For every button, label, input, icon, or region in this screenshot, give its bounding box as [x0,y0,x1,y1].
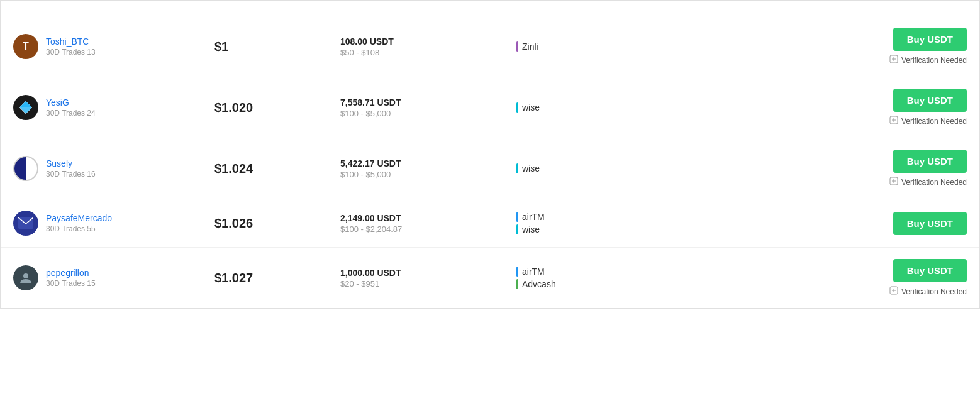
avatar: T [13,34,38,59]
buy-usdt-button[interactable]: Buy USDT [893,259,967,282]
price-cell: $1.024 [214,162,340,176]
usdt-amount: 2,149.00 USDT [340,213,516,223]
payment-label: wise [522,102,540,113]
operation-cell: Buy USDT [718,212,967,235]
advertiser-name[interactable]: Susely [46,158,96,168]
payment-method: Zinli [516,41,718,52]
buy-usdt-button[interactable]: Buy USDT [893,89,967,112]
advertiser-info: PaysafeMercado30D Trades 55 [46,213,112,233]
avatar [13,95,38,120]
payment-label: airTM [522,267,545,277]
available-cell: 1,000.00 USDT$20 - $951 [340,268,516,289]
avatar [13,156,38,181]
advertiser-cell: Susely30D Trades 16 [13,156,214,181]
payment-cell: airTMwise [516,212,718,234]
trades-count: 30D Trades 55 [46,224,112,233]
payment-cell: wise [516,102,718,113]
available-cell: 5,422.17 USDT$100 - $5,000 [340,158,516,179]
trades-count: 30D Trades 15 [46,279,96,288]
limit-range: $100 - $2,204.87 [340,224,516,234]
payment-method: wise [516,102,718,113]
verification-icon [889,55,898,65]
advertiser-info: pepegrillon30D Trades 15 [46,268,96,288]
usdt-amount: 5,422.17 USDT [340,158,516,168]
advertiser-cell: PaysafeMercado30D Trades 55 [13,211,214,236]
payment-method: Advcash [516,279,718,289]
operation-cell: Buy USDTVerification Needed [718,259,967,297]
advertiser-info: Toshi_BTC30D Trades 13 [46,36,96,57]
price-cell: $1.026 [214,216,340,231]
limit-range: $100 - $5,000 [340,170,516,179]
payment-label: airTM [522,212,545,222]
advertiser-cell: YesiG30D Trades 24 [13,95,214,120]
verification-text: Verification Needed [901,178,967,187]
verification-icon [889,177,898,187]
payment-bar [516,267,518,277]
payment-method: wise [516,224,718,234]
table-body: TToshi_BTC30D Trades 13$1108.00 USDT$50 … [1,16,979,308]
verification-text: Verification Needed [901,56,967,65]
advertiser-info: YesiG30D Trades 24 [46,97,96,118]
limit-range: $50 - $108 [340,48,516,57]
price-cell: $1.027 [214,271,340,285]
payment-cell: wise [516,163,718,173]
operation-cell: Buy USDTVerification Needed [718,89,967,126]
advertiser-name[interactable]: pepegrillon [46,268,96,278]
avatar [13,265,38,290]
available-cell: 2,149.00 USDT$100 - $2,204.87 [340,213,516,234]
payment-bar [516,279,518,289]
svg-point-12 [23,273,28,278]
verification-text: Verification Needed [901,287,967,296]
payment-bar [516,163,518,173]
payment-bar [516,212,518,222]
table-row: Susely30D Trades 16$1.0245,422.17 USDT$1… [1,138,979,199]
buy-usdt-button[interactable]: Buy USDT [893,150,967,173]
usdt-amount: 1,000.00 USDT [340,268,516,278]
table-row: pepegrillon30D Trades 15$1.0271,000.00 U… [1,248,979,308]
operation-cell: Buy USDTVerification Needed [718,150,967,187]
buy-usdt-button[interactable]: Buy USDT [893,28,967,51]
trades-count: 30D Trades 13 [46,48,96,57]
payment-cell: Zinli [516,41,718,52]
verification-needed: Verification Needed [889,116,967,126]
limit-range: $20 - $951 [340,279,516,289]
payment-bar [516,41,518,52]
verification-needed: Verification Needed [889,177,967,187]
svg-marker-4 [19,101,32,107]
p2p-table: TToshi_BTC30D Trades 13$1108.00 USDT$50 … [0,0,980,309]
table-row: YesiG30D Trades 24$1.0207,558.71 USDT$10… [1,77,979,138]
verification-text: Verification Needed [901,117,967,126]
payment-label: wise [522,163,540,173]
payment-method: airTM [516,267,718,277]
advertiser-info: Susely30D Trades 16 [46,158,96,179]
trades-count: 30D Trades 16 [46,170,96,179]
payment-method: wise [516,163,718,173]
usdt-amount: 108.00 USDT [340,36,516,47]
table-row: TToshi_BTC30D Trades 13$1108.00 USDT$50 … [1,16,979,77]
payment-label: Zinli [522,41,538,52]
advertiser-name[interactable]: PaysafeMercado [46,213,112,223]
payment-bar [516,102,518,113]
advertiser-cell: pepegrillon30D Trades 15 [13,265,214,290]
verification-needed: Verification Needed [889,55,967,65]
payment-bar [516,224,518,234]
payment-cell: airTMAdvcash [516,267,718,289]
advertiser-name[interactable]: Toshi_BTC [46,36,96,47]
price-cell: $1 [214,40,340,54]
advertiser-cell: TToshi_BTC30D Trades 13 [13,34,214,59]
advertiser-name[interactable]: YesiG [46,97,96,107]
trades-count: 30D Trades 24 [46,109,96,118]
verification-needed: Verification Needed [889,286,967,297]
payment-label: Advcash [522,279,556,289]
payment-method: airTM [516,212,718,222]
table-header [1,1,979,16]
buy-usdt-button[interactable]: Buy USDT [893,212,967,235]
operation-cell: Buy USDTVerification Needed [718,28,967,65]
available-cell: 7,558.71 USDT$100 - $5,000 [340,97,516,118]
price-cell: $1.020 [214,101,340,115]
verification-icon [889,286,898,297]
verification-icon [889,116,898,126]
avatar [13,211,38,236]
limit-range: $100 - $5,000 [340,109,516,118]
available-cell: 108.00 USDT$50 - $108 [340,36,516,57]
